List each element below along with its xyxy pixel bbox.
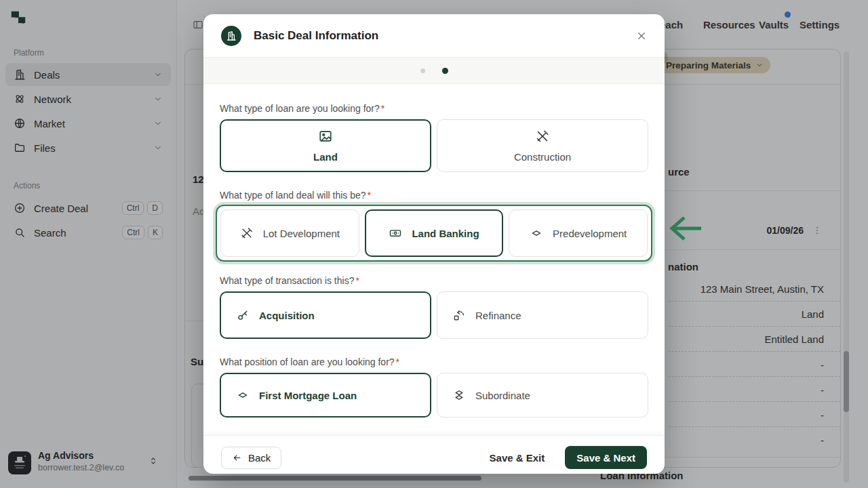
- option-card-acquisition[interactable]: Acquisition: [220, 291, 431, 339]
- question-transaction-type: What type of transaction is this?*: [220, 275, 648, 286]
- modal-header: Basic Deal Information: [203, 14, 665, 57]
- option-label: Acquisition: [259, 310, 315, 321]
- image-icon: [318, 129, 333, 144]
- tools-icon: [240, 226, 254, 240]
- footer-actions: Save & Exit Save & Next: [490, 446, 647, 469]
- banknote-icon: [389, 226, 402, 240]
- question-text: What type of loan are you looking for?: [220, 103, 380, 114]
- option-row-loan-type: Land Construction: [220, 119, 648, 172]
- option-row-loan-position: First Mortgage Loan Subordinate: [220, 373, 648, 418]
- option-row-transaction-type: Acquisition Refinance: [220, 291, 648, 339]
- option-card-predevelopment[interactable]: Predevelopment: [509, 209, 648, 257]
- option-label: Land Banking: [412, 228, 479, 239]
- highlight-ring-annotation: Lot Development Land Banking Predevelopm…: [216, 205, 652, 262]
- building-icon: [221, 26, 241, 46]
- modal-footer: Back Save & Exit Save & Next: [203, 435, 665, 474]
- option-card-refinance[interactable]: Refinance: [437, 291, 648, 339]
- step-indicator: [203, 57, 665, 84]
- layers-icon: [452, 388, 466, 402]
- option-label: Land: [313, 151, 338, 163]
- option-card-subordinate[interactable]: Subordinate: [437, 373, 648, 418]
- annotation-arrow-left-icon: [666, 213, 704, 244]
- option-card-land-banking[interactable]: Land Banking: [365, 209, 504, 257]
- option-label: First Mortgage Loan: [259, 390, 357, 401]
- refresh-icon: [452, 308, 466, 322]
- diamond-icon: [530, 226, 543, 240]
- question-text: What type of transaction is this?: [220, 275, 354, 286]
- close-icon[interactable]: [636, 30, 647, 41]
- question-text: What type of land deal will this be?: [220, 190, 366, 201]
- question-loan-type: What type of loan are you looking for?*: [220, 103, 648, 114]
- back-label: Back: [248, 452, 271, 464]
- tools-icon: [535, 129, 550, 144]
- required-marker: *: [368, 190, 371, 201]
- arrow-left-icon: [232, 453, 242, 463]
- option-row-land-deal-type: Lot Development Land Banking Predevelopm…: [220, 209, 648, 257]
- save-next-button[interactable]: Save & Next: [565, 446, 647, 469]
- question-land-deal-type: What type of land deal will this be?*: [220, 190, 648, 201]
- key-icon: [236, 308, 250, 322]
- step-dot-2-active[interactable]: [442, 68, 448, 74]
- modal-title: Basic Deal Information: [254, 29, 624, 43]
- question-loan-position: What position of loan are you looking fo…: [220, 357, 648, 367]
- basic-deal-information-modal: Basic Deal Information What type of loan…: [203, 14, 665, 474]
- option-label: Refinance: [475, 310, 521, 321]
- option-card-first-mortgage-loan[interactable]: First Mortgage Loan: [220, 373, 431, 418]
- save-exit-button[interactable]: Save & Exit: [490, 452, 545, 464]
- diamond-icon: [236, 388, 250, 402]
- step-dot-1[interactable]: [420, 68, 425, 73]
- required-marker: *: [355, 275, 359, 286]
- option-card-construction[interactable]: Construction: [437, 119, 648, 172]
- option-label: Construction: [514, 151, 571, 163]
- option-label: Subordinate: [475, 390, 530, 401]
- modal-body: What type of loan are you looking for?* …: [203, 84, 665, 435]
- option-label: Predevelopment: [553, 228, 627, 239]
- required-marker: *: [381, 103, 384, 114]
- back-button[interactable]: Back: [221, 447, 281, 469]
- option-card-lot-development[interactable]: Lot Development: [220, 209, 359, 257]
- app-window: Platform Deals Network Market Files Acti…: [0, 0, 868, 488]
- question-text: What position of loan are you looking fo…: [220, 357, 395, 367]
- option-label: Lot Development: [263, 228, 340, 239]
- option-card-land[interactable]: Land: [220, 119, 431, 172]
- required-marker: *: [396, 357, 399, 367]
